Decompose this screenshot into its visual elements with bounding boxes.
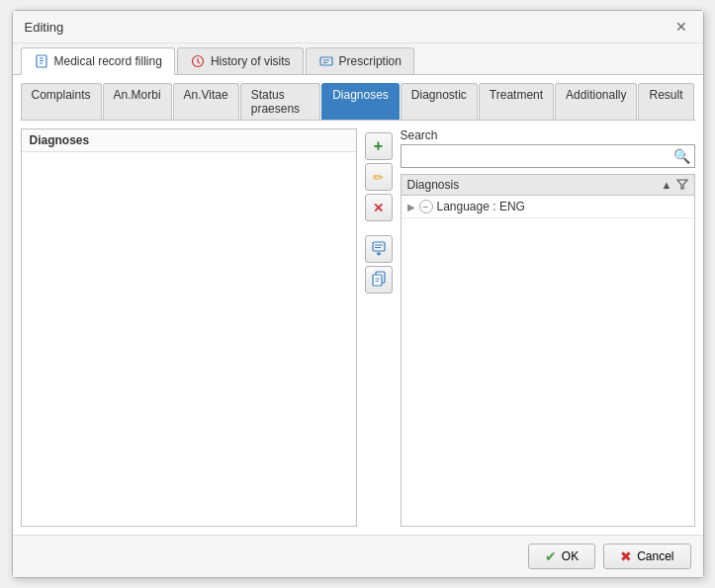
- tab-status[interactable]: Status praesens: [240, 83, 320, 120]
- medical-icon: [34, 53, 49, 69]
- left-panel: Diagnoses: [21, 128, 357, 527]
- cancel-button[interactable]: ✖ Cancel: [603, 544, 690, 569]
- header-icons: ▲: [662, 178, 688, 192]
- main-content: Complaints An.Morbi An.Vitae Status prae…: [13, 75, 703, 535]
- diagnosis-table: Diagnosis ▲ ▶ − Lan: [401, 174, 695, 527]
- tab-diagnostic[interactable]: Diagnostic: [401, 83, 478, 120]
- copy-button[interactable]: [365, 266, 393, 294]
- tab-diagnoses[interactable]: Diagnoses: [321, 83, 400, 120]
- dialog-title: Editing: [25, 20, 64, 35]
- ok-button[interactable]: ✔ OK: [528, 544, 595, 569]
- tab-medical-record[interactable]: Medical record filling: [21, 47, 175, 75]
- diagnoses-panel-header: Diagnoses: [22, 129, 356, 152]
- action-buttons: + ✏ ✕: [365, 128, 393, 527]
- delete-icon: ✕: [373, 201, 384, 215]
- search-section: Search 🔍: [401, 128, 695, 168]
- tab-history[interactable]: History of visits: [177, 47, 304, 74]
- close-button[interactable]: ✕: [671, 19, 691, 35]
- sub-tabs: Complaints An.Morbi An.Vitae Status prae…: [21, 83, 695, 121]
- edit-button[interactable]: ✏: [365, 163, 393, 191]
- diagnosis-table-header: Diagnosis ▲: [402, 175, 694, 196]
- edit-icon: ✏: [373, 170, 384, 185]
- tab-treatment[interactable]: Treatment: [479, 83, 554, 120]
- expand-arrow[interactable]: ▶: [407, 202, 415, 212]
- editing-dialog: Editing ✕ Medical record filling: [12, 10, 704, 578]
- circle-minus-icon[interactable]: −: [419, 200, 433, 213]
- move-down-button[interactable]: [365, 235, 393, 263]
- add-button[interactable]: +: [365, 132, 393, 160]
- svg-rect-10: [373, 242, 385, 251]
- tab-complaints[interactable]: Complaints: [21, 83, 102, 120]
- cancel-label: Cancel: [637, 549, 673, 563]
- search-button[interactable]: 🔍: [670, 145, 694, 167]
- content-area: Diagnoses + ✏ ✕: [21, 128, 695, 527]
- cancel-icon: ✖: [620, 548, 632, 564]
- search-label: Search: [401, 128, 695, 142]
- ok-icon: ✔: [545, 548, 557, 564]
- dialog-footer: ✔ OK ✖ Cancel: [13, 535, 703, 577]
- move-down-icon: [371, 240, 387, 258]
- tab-prescription[interactable]: Prescription: [306, 47, 414, 74]
- filter-icon[interactable]: [676, 178, 688, 192]
- tab-medical-label: Medical record filling: [54, 54, 162, 68]
- search-input[interactable]: [402, 145, 670, 167]
- ok-label: OK: [562, 549, 579, 563]
- search-input-wrap: 🔍: [401, 144, 695, 168]
- tab-result[interactable]: Result: [638, 83, 693, 120]
- diagnosis-column-label: Diagnosis: [407, 178, 460, 192]
- tab-anmorbi[interactable]: An.Morbi: [103, 83, 172, 120]
- sort-icon[interactable]: ▲: [662, 179, 672, 191]
- svg-marker-18: [677, 180, 687, 189]
- tab-prescription-label: Prescription: [339, 54, 402, 68]
- tab-anvitae[interactable]: An.Vitae: [173, 83, 239, 120]
- svg-rect-7: [320, 57, 332, 65]
- tab-history-label: History of visits: [211, 54, 291, 68]
- row-text: Language : ENG: [437, 200, 525, 213]
- svg-line-6: [198, 62, 200, 64]
- tab-additionally[interactable]: Additionally: [555, 83, 637, 120]
- copy-icon: [371, 271, 387, 290]
- title-bar: Editing ✕: [13, 11, 703, 43]
- table-row: ▶ − Language : ENG: [402, 196, 694, 218]
- right-panel: Search 🔍 Diagnosis ▲: [401, 128, 695, 527]
- history-icon: [190, 53, 206, 69]
- add-icon: +: [374, 137, 383, 155]
- search-icon: 🔍: [673, 148, 690, 164]
- top-tabs: Medical record filling History of visits: [13, 43, 703, 75]
- svg-rect-15: [373, 275, 382, 286]
- prescription-icon: [318, 53, 334, 69]
- diagnoses-list: [22, 152, 356, 526]
- delete-button[interactable]: ✕: [365, 194, 393, 221]
